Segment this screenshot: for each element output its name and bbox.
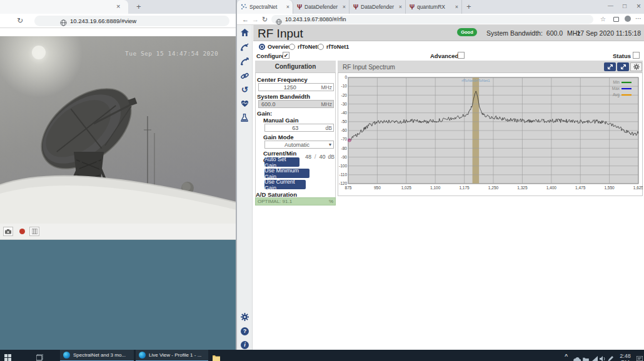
onedrive-cloud-icon[interactable]	[573, 354, 581, 361]
volume-icon[interactable]	[600, 353, 606, 361]
configure-checkbox[interactable]: ✔	[283, 52, 289, 59]
system-bandwidth-label: System Bandwidth	[257, 93, 310, 100]
min-gain-value: 40	[319, 154, 326, 160]
tab-datadefender-2[interactable]: Ψ DataDefender ×	[350, 0, 406, 14]
x-tick-label: 1,250	[488, 185, 499, 190]
nav-health[interactable]	[239, 100, 249, 110]
file-explorer-button[interactable]	[213, 352, 220, 361]
x-tick-label: 1,400	[546, 185, 557, 190]
nav-settings[interactable]	[239, 313, 249, 323]
manual-gain-input[interactable]: 63 dB	[264, 124, 334, 132]
nav-loopback[interactable]: ↻	[239, 85, 249, 95]
status-badge: Good	[457, 28, 477, 36]
left-url-text[interactable]: 10.243.19.66:8889/#view	[70, 17, 136, 24]
taskbar-clock[interactable]: 2:48 PM	[615, 353, 635, 361]
pen-icon[interactable]	[608, 353, 613, 361]
center-frequency-input[interactable]: 1250 MHz	[258, 83, 334, 91]
nav-rf-input[interactable]	[239, 43, 249, 53]
nav-rf-output[interactable]	[239, 57, 249, 67]
radio-rftonet1-label[interactable]: rfToNet1	[326, 44, 349, 50]
home-icon	[241, 29, 249, 36]
columns-icon	[32, 229, 38, 234]
expand-y-button[interactable]	[617, 62, 629, 71]
tab-datadefender-1[interactable]: Ψ DataDefender ×	[293, 0, 350, 14]
y-tick-label: 0	[345, 75, 347, 79]
dish-transmit-icon	[240, 57, 249, 66]
nav-test[interactable]	[239, 114, 249, 124]
taskbar-app-liveview[interactable]: Live View - Profile 1 - ...	[136, 350, 208, 361]
minimize-button[interactable]: —	[608, 2, 613, 9]
snapshot-button[interactable]	[3, 227, 13, 236]
ad-saturation-unit: %	[329, 199, 333, 204]
taskbar-app-spectralnet[interactable]: SpectralNet and 3 mo...	[60, 350, 134, 361]
radio-rftonet0-label[interactable]: rfToNet0	[298, 44, 320, 50]
radio-rftonet0[interactable]	[289, 44, 295, 50]
gain-mode-select[interactable]: Automatic ▾	[264, 141, 334, 149]
left-active-tab[interactable]	[0, 0, 128, 14]
tab-close-icon[interactable]: ×	[343, 4, 346, 10]
right-new-tab-button[interactable]: +	[466, 2, 471, 11]
close-window-button[interactable]: ×	[636, 2, 641, 11]
nav-link[interactable]	[239, 72, 249, 82]
advanced-checkbox[interactable]	[458, 52, 465, 59]
tab-close-icon[interactable]: ×	[399, 4, 402, 10]
use-current-gain-button[interactable]: Use Current Gain	[264, 180, 306, 189]
link-icon	[241, 72, 249, 80]
tray-expand-icon[interactable]: ^	[565, 353, 568, 359]
record-button[interactable]	[17, 227, 27, 236]
radio-overview[interactable]	[259, 44, 265, 50]
tab-spectralnet[interactable]: SpectralNet ×	[237, 0, 293, 14]
url-text[interactable]: 10.243.19.67:8080/#/rfin	[285, 16, 346, 22]
action-center-icon[interactable]	[636, 353, 643, 361]
forward-button[interactable]: →	[252, 16, 259, 23]
nav-help[interactable]: ?	[241, 327, 249, 335]
y-tick-label: -70	[341, 137, 348, 141]
trace-start-marker	[348, 139, 351, 142]
use-minimum-gain-button[interactable]: Use Minimum Gain	[264, 169, 309, 178]
left-tab-close-icon[interactable]: ×	[116, 2, 120, 10]
favorites-icon[interactable]: ☆	[600, 16, 606, 22]
taskbar-app-label: Live View - Profile 1 - ...	[149, 352, 201, 358]
chart-settings-button[interactable]	[630, 62, 642, 71]
webcam-image	[0, 36, 236, 224]
back-button[interactable]: ←	[242, 16, 249, 23]
configure-label: Configure	[256, 52, 284, 59]
nav-home[interactable]	[239, 29, 249, 39]
gear-icon	[241, 313, 249, 321]
task-view-icon	[36, 354, 43, 361]
legend-label: Min	[613, 80, 620, 84]
auto-set-gain-button[interactable]: Auto Set Gain	[264, 157, 299, 167]
spectrum-panel-title: RF Input Spectrum	[343, 64, 395, 71]
quantumrx-favicon: Ψ	[410, 4, 415, 11]
y-tick-label: -100	[339, 164, 347, 168]
radio-rftonet1-btn[interactable]	[318, 44, 324, 50]
left-page-background	[0, 240, 236, 350]
advanced-label: Advanced	[430, 52, 458, 59]
status-checkbox[interactable]	[633, 52, 640, 59]
left-new-tab-button[interactable]: +	[136, 2, 141, 11]
expand-x-button[interactable]	[604, 62, 616, 71]
browser-menu-icon[interactable]: ⋯	[635, 15, 641, 22]
tray-folder-icon[interactable]	[583, 354, 589, 361]
collections-icon[interactable]	[613, 17, 619, 22]
left-reload-button[interactable]: ↻	[17, 16, 23, 25]
tab-quantumrx[interactable]: Ψ quantumRX ×	[406, 0, 462, 14]
edge-icon	[139, 352, 146, 359]
tab-close-icon[interactable]: ×	[455, 4, 458, 10]
nav-info[interactable]: i	[241, 341, 249, 349]
tab-close-icon[interactable]: ×	[286, 4, 289, 10]
legend-label: Max	[612, 86, 620, 91]
x-tick-label: 950	[374, 185, 381, 190]
header-datetime: 17 Sep 2020 11:15:18	[566, 29, 641, 37]
start-button[interactable]	[4, 352, 11, 361]
x-tick-label: 1,100	[430, 185, 441, 190]
task-view-button[interactable]	[36, 352, 43, 361]
network-icon[interactable]	[591, 353, 598, 361]
y-tick-label: -50	[341, 119, 348, 124]
x-tick-label: 1,325	[517, 185, 528, 190]
spectrum-chart[interactable]: 8759501,0251,1001,1751,2501,3251,4001,47…	[338, 74, 643, 194]
reload-button[interactable]: ↻	[262, 16, 268, 24]
maximize-button[interactable]: □	[623, 2, 626, 9]
profile-avatar[interactable]	[625, 16, 631, 22]
layout-button[interactable]	[29, 227, 39, 236]
